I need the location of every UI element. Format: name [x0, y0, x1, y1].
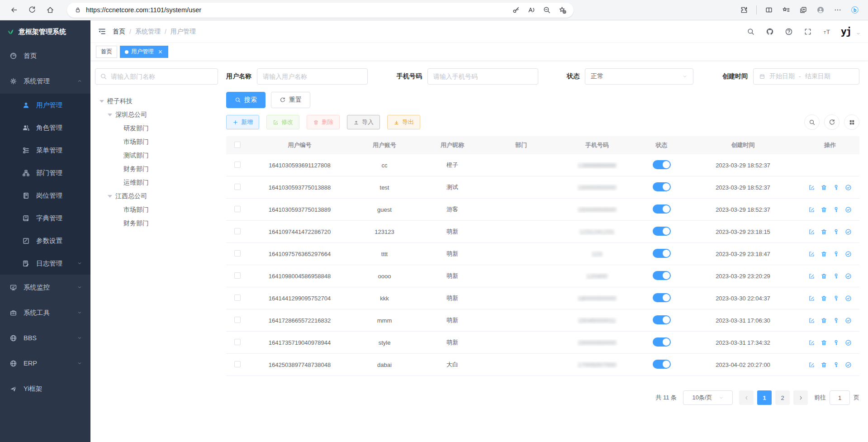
sidebar-item-home[interactable]: 首页 [0, 43, 90, 68]
row-checkbox[interactable] [234, 317, 241, 323]
circle-check-icon[interactable] [845, 273, 852, 280]
font-size-button[interactable]: TT [820, 24, 834, 39]
search-circle-button[interactable] [804, 114, 820, 130]
trash-icon[interactable] [821, 339, 827, 346]
breadcrumb-item[interactable]: 首页 [113, 28, 125, 36]
page-button-2[interactable]: 2 [775, 390, 790, 405]
circle-check-icon[interactable] [845, 251, 852, 257]
row-checkbox[interactable] [234, 272, 241, 279]
trash-icon[interactable] [821, 251, 827, 257]
edit-button[interactable]: 修改 [266, 115, 299, 129]
search-button[interactable]: 搜索 [226, 92, 266, 108]
sidebar-item-log[interactable]: 日志管理 [0, 252, 90, 275]
row-checkbox[interactable] [234, 361, 241, 367]
tree-node[interactable]: 橙子科技 [95, 95, 222, 108]
sidebar-item-bbs[interactable]: BBS [0, 325, 90, 351]
tree-expand-caret[interactable] [108, 195, 112, 198]
status-toggle[interactable] [653, 271, 671, 280]
key2-icon[interactable] [833, 228, 840, 235]
trash-icon[interactable] [821, 184, 827, 191]
tree-node[interactable]: 市场部门 [95, 203, 222, 217]
edit-icon[interactable] [808, 273, 815, 280]
app-logo[interactable]: 意框架管理系统 [0, 20, 90, 43]
sidebar-item-monitor[interactable]: 系统监控 [0, 275, 90, 300]
circle-check-icon[interactable] [845, 295, 852, 302]
sidebar-item-param[interactable]: 参数设置 [0, 229, 90, 252]
reset-button[interactable]: 重置 [271, 92, 310, 108]
trash-icon[interactable] [821, 206, 827, 213]
status-toggle[interactable] [653, 160, 671, 169]
back-button[interactable] [6, 2, 22, 18]
key2-icon[interactable] [833, 361, 840, 368]
row-checkbox[interactable] [234, 184, 241, 190]
status-toggle[interactable] [653, 204, 671, 214]
import-button[interactable]: 导入 [347, 115, 380, 129]
edit-icon[interactable] [808, 339, 815, 346]
circle-check-icon[interactable] [845, 206, 852, 213]
split-screen-button[interactable] [762, 3, 776, 17]
phone-input[interactable] [433, 73, 532, 80]
tree-node[interactable]: 深圳总公司 [95, 108, 222, 122]
edit-icon[interactable] [808, 206, 815, 213]
refresh-button[interactable] [24, 2, 40, 18]
row-checkbox[interactable] [234, 206, 241, 212]
sidebar-item-post[interactable]: 岗位管理 [0, 184, 90, 207]
sidebar-item-dict[interactable]: 字典管理 [0, 207, 90, 229]
status-toggle[interactable] [653, 337, 671, 347]
avatar[interactable]: yj [839, 25, 853, 38]
profile-button[interactable] [814, 3, 827, 17]
page-size-select[interactable]: 10条/页 [683, 390, 733, 405]
goto-page-input[interactable] [830, 390, 850, 405]
url-text[interactable]: https://ccnetcore.com:1101/system/user [86, 6, 509, 14]
row-checkbox[interactable] [234, 339, 241, 345]
sidebar-item-yiframe[interactable]: Yi框架 [0, 376, 90, 401]
status-toggle[interactable] [653, 293, 671, 302]
tree-node[interactable]: 江西总公司 [95, 190, 222, 203]
tree-node[interactable]: 财务部门 [95, 162, 222, 176]
extensions-button[interactable] [737, 3, 751, 17]
key2-icon[interactable] [833, 339, 840, 346]
sidebar-item-system[interactable]: 系统管理 [0, 68, 90, 94]
status-select[interactable]: 正常 [585, 68, 693, 85]
refresh-circle-button[interactable] [824, 114, 840, 130]
row-checkbox[interactable] [234, 250, 241, 257]
page-button-1[interactable]: 1 [757, 390, 772, 405]
favorite-add-button[interactable] [555, 3, 569, 17]
edit-icon[interactable] [808, 228, 815, 235]
fullscreen-button[interactable] [801, 24, 815, 39]
edit-icon[interactable] [808, 317, 815, 324]
trash-icon[interactable] [821, 317, 827, 324]
sidebar-item-tools[interactable]: 系统工具 [0, 300, 90, 325]
sidebar-item-role[interactable]: 角色管理 [0, 116, 90, 139]
row-checkbox[interactable] [234, 162, 241, 168]
circle-check-icon[interactable] [845, 317, 852, 324]
question-button[interactable] [782, 24, 796, 39]
tree-expand-caret[interactable] [108, 114, 112, 116]
tree-node[interactable]: 测试部门 [95, 149, 222, 162]
sidebar-item-dept[interactable]: 部门管理 [0, 162, 90, 184]
key2-icon[interactable] [833, 273, 840, 280]
tab-首页[interactable]: 首页 [96, 46, 117, 58]
edit-icon[interactable] [808, 184, 815, 191]
edit-icon[interactable] [808, 361, 815, 368]
more-button[interactable] [831, 3, 844, 17]
status-toggle[interactable] [653, 182, 671, 191]
github-button[interactable] [763, 24, 777, 39]
status-toggle[interactable] [653, 227, 671, 236]
trash-icon[interactable] [821, 361, 827, 368]
select-all-checkbox[interactable] [234, 142, 241, 148]
status-toggle[interactable] [653, 315, 671, 324]
dept-search-box[interactable] [95, 68, 218, 85]
tab-用户管理[interactable]: 用户管理 [120, 46, 168, 58]
trash-icon[interactable] [821, 295, 827, 302]
sidebar-item-menu[interactable]: 菜单管理 [0, 139, 90, 162]
export-button[interactable]: 导出 [387, 115, 420, 129]
tree-node[interactable]: 研发部门 [95, 122, 222, 135]
prev-page-button[interactable] [739, 390, 754, 405]
sidebar-fold-icon[interactable] [98, 27, 106, 36]
close-icon[interactable] [157, 49, 163, 55]
circle-check-icon[interactable] [845, 228, 852, 235]
url-bar[interactable]: https://ccnetcore.com:1101/system/user [67, 3, 574, 18]
grid-circle-button[interactable] [844, 114, 859, 130]
tree-node[interactable]: 财务部门 [95, 217, 222, 230]
